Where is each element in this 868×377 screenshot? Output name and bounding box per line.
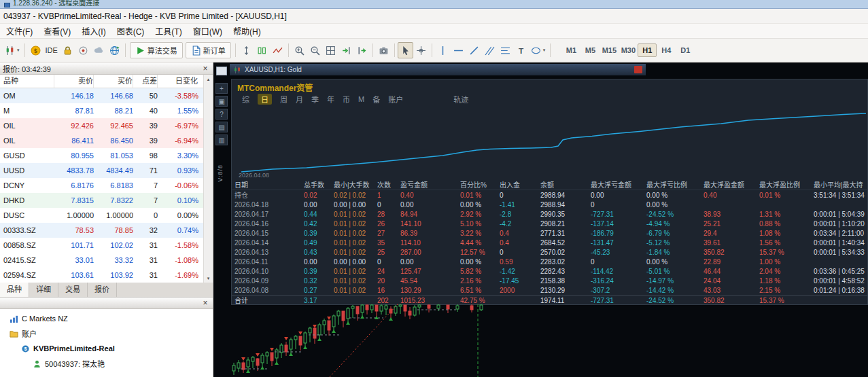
window-icon[interactable]: ▥ — [215, 134, 228, 145]
commander-row-8[interactable]: 2026.04.100.390.01 | 0.0224125.475.82 %-… — [232, 267, 867, 276]
algo-trading-button[interactable]: 算法交易 — [130, 42, 183, 58]
market-depth-button[interactable] — [254, 42, 270, 58]
market-watch-button[interactable] — [28, 42, 44, 58]
commander-row-6[interactable]: 2026.04.130.430.01 | 0.0225287.0012.57 %… — [232, 248, 867, 257]
chart-profile-dropdown[interactable]: ▾ — [3, 42, 22, 58]
menu-item-3[interactable]: 图表(C) — [111, 23, 150, 39]
timeframe-m1[interactable]: M1 — [561, 43, 580, 57]
timeframe-m15[interactable]: M15 — [600, 43, 619, 57]
play-icon — [135, 46, 145, 56]
commander-row-2[interactable]: 2026.04.170.440.01 | 0.022884.942.92 %-2… — [232, 210, 867, 219]
market-watch-row-DHKD[interactable]: DHKD7.83157.832270.10% — [0, 193, 204, 208]
commander-row-10[interactable]: 2026.04.080.270.01 | 0.0216130.296.51 %2… — [232, 286, 867, 295]
timeframe-h4[interactable]: H4 — [657, 43, 676, 57]
market-watch-row-00858.SZ[interactable]: 00858.SZ101.71102.0231-1.58% — [0, 238, 204, 253]
move-icon[interactable]: + — [215, 83, 228, 94]
tab-交易[interactable]: 交易 — [58, 283, 88, 297]
tab-详细[interactable]: 详细 — [29, 283, 58, 297]
timeframe-m5[interactable]: M5 — [580, 43, 600, 57]
auto-scroll-button[interactable] — [354, 42, 370, 58]
market-watch-column-headers[interactable]: 品种卖价买价点差日变化 — [0, 75, 204, 88]
market-watch-scrollbar[interactable]: ▴ ▾ — [203, 75, 213, 283]
crosshair-button[interactable] — [413, 42, 429, 58]
lock-icon[interactable] — [60, 42, 75, 58]
shapes-dropdown[interactable]: ▾ — [529, 42, 548, 58]
ea-collapse-button[interactable] — [216, 67, 227, 75]
market-watch-row-DUSC[interactable]: DUSC1.000001.0000000.00% — [0, 208, 204, 223]
commander-row-1[interactable]: 2026.04.180.000.00 | 0.0000.000.00 %-1.4… — [232, 200, 867, 210]
market-watch-row-OM[interactable]: OM146.18146.6850-3.58% — [0, 88, 204, 103]
market-watch-row-OIL[interactable]: OIL86.41186.45039-6.94% — [0, 133, 204, 148]
cursor-button[interactable] — [398, 42, 413, 58]
new-order-button[interactable]: 新订单 — [186, 42, 231, 58]
remote-desktop-bar[interactable]: 1.228.36.240 - 远程桌面连接 — [0, 0, 868, 9]
mw-column-header-3[interactable]: 点差 — [133, 75, 158, 88]
data-window-button[interactable] — [75, 42, 91, 58]
market-watch-row-OIL[interactable]: OIL92.42692.46539-6.97% — [0, 118, 204, 133]
navigator-item-0[interactable]: C Markets NZ — [0, 311, 213, 326]
zoom-in-button[interactable] — [292, 42, 307, 58]
market-watch-row-UUSD[interactable]: UUSD4833.784834.49710.93% — [0, 163, 204, 178]
commander-row-5[interactable]: 2026.04.140.490.01 | 0.0235114.104.44 %0… — [232, 238, 867, 248]
navigator-item-2[interactable]: KVBPrimeLimited-Real — [0, 341, 213, 356]
navigator-item-3[interactable]: 50043937: 探太艳 — [0, 356, 213, 371]
title-bar[interactable]: 043937 - KVBPrimeLimited-Real - Hedge - … — [0, 9, 868, 24]
scroll-up-icon[interactable]: ▴ — [204, 75, 213, 84]
help-icon[interactable]: ? — [215, 109, 228, 120]
close-icon[interactable]: × — [201, 65, 210, 73]
menu-item-4[interactable]: 工具(T) — [150, 23, 187, 39]
commander-row-9[interactable]: 2026.04.090.320.01 | 0.022045.542.16 %-1… — [232, 276, 867, 286]
auto-scale-button[interactable] — [239, 42, 254, 58]
scroll-down-icon[interactable]: ▾ — [204, 274, 213, 283]
menu-item-1[interactable]: 查看(V) — [38, 23, 76, 39]
commander-row-7[interactable]: 2026.04.110.000.00 | 0.0000.000.00 %0.59… — [232, 257, 867, 267]
fibonacci-button[interactable] — [498, 42, 513, 58]
market-watch-row-M[interactable]: M87.8188.21401.55% — [0, 103, 204, 118]
channel-button[interactable] — [482, 42, 498, 58]
community-button[interactable] — [107, 42, 122, 58]
grid-icon[interactable]: ▤ — [215, 122, 228, 132]
mw-cell: 02594.SZ — [0, 268, 54, 283]
text-button[interactable] — [513, 42, 529, 58]
tick-chart-button[interactable] — [270, 42, 285, 58]
market-watch-row-00333.SZ[interactable]: 00333.SZ78.5378.85320.74% — [0, 223, 204, 238]
tab-品种[interactable]: 品种 — [0, 283, 29, 297]
chart-alert-icon[interactable] — [634, 66, 642, 73]
tile-windows-button[interactable] — [323, 42, 338, 58]
toolbar-separator — [550, 43, 551, 57]
commander-row-0[interactable]: 持仓0.020.02 | 0.0210.400.01 %02988.940.00… — [232, 191, 867, 200]
commander-row-11[interactable]: 合计3.172021015.2342.75 %1974.11-727.31-24… — [232, 295, 867, 305]
commander-row-3[interactable]: 2026.04.160.420.01 | 0.0226141.105.10 %-… — [232, 219, 867, 229]
market-watch-row-DCNY[interactable]: DCNY6.81766.81837-0.06% — [0, 178, 204, 193]
menu-item-6[interactable]: 帮助(H) — [228, 23, 266, 39]
zoom-out-button[interactable] — [307, 42, 323, 58]
screenshot-button[interactable] — [376, 42, 392, 58]
timeframe-h1[interactable]: H1 — [638, 43, 657, 57]
timeframe-m30[interactable]: M30 — [619, 43, 638, 57]
commander-row-4[interactable]: 2026.04.150.390.01 | 0.022786.393.22 %0.… — [232, 229, 867, 238]
market-watch-row-02415.SZ[interactable]: 02415.SZ33.0133.3231-1.08% — [0, 253, 204, 268]
ide-button[interactable]: IDE — [44, 42, 60, 58]
market-watch-row-02594.SZ[interactable]: 02594.SZ103.61103.9231-1.69% — [0, 268, 204, 283]
mw-column-header-4[interactable]: 日变化 — [158, 75, 204, 88]
trendline-button[interactable] — [466, 42, 482, 58]
chart-shift-button[interactable] — [338, 42, 354, 58]
mw-cell: GUSD — [0, 148, 54, 163]
close-icon[interactable]: × — [201, 299, 210, 307]
timeframe-d1[interactable]: D1 — [676, 43, 695, 57]
cloud-button[interactable] — [91, 42, 107, 58]
horizontal-line-button[interactable] — [451, 42, 466, 58]
menu-item-0[interactable]: 文件(F) — [1, 23, 38, 39]
menu-item-5[interactable]: 窗口(W) — [188, 23, 228, 39]
navigator-item-1[interactable]: 账户 — [0, 326, 213, 341]
vertical-line-button[interactable] — [435, 42, 451, 58]
mw-column-header-2[interactable]: 买价 — [94, 75, 133, 88]
menu-item-2[interactable]: 插入(I) — [76, 23, 111, 39]
mw-column-header-0[interactable]: 品种 — [0, 75, 54, 88]
tab-报价[interactable]: 报价 — [88, 283, 117, 297]
commander-cell: 287.00 — [398, 248, 457, 257]
market-watch-row-GUSD[interactable]: GUSD80.95581.053983.30% — [0, 148, 204, 163]
chart-window-title-bar[interactable]: XAUUSD,H1: Gold — [230, 64, 646, 75]
mw-column-header-1[interactable]: 卖价 — [54, 75, 94, 88]
panel-icon[interactable]: ▣ — [215, 96, 228, 107]
